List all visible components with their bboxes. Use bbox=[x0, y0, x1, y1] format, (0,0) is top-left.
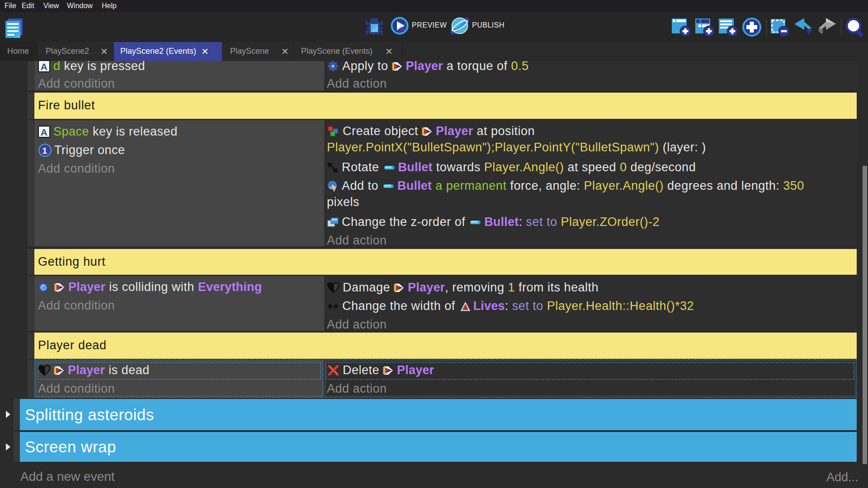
svg-text:A: A bbox=[41, 127, 48, 137]
svg-text:1: 1 bbox=[42, 146, 47, 155]
svg-text:A: A bbox=[41, 61, 48, 72]
